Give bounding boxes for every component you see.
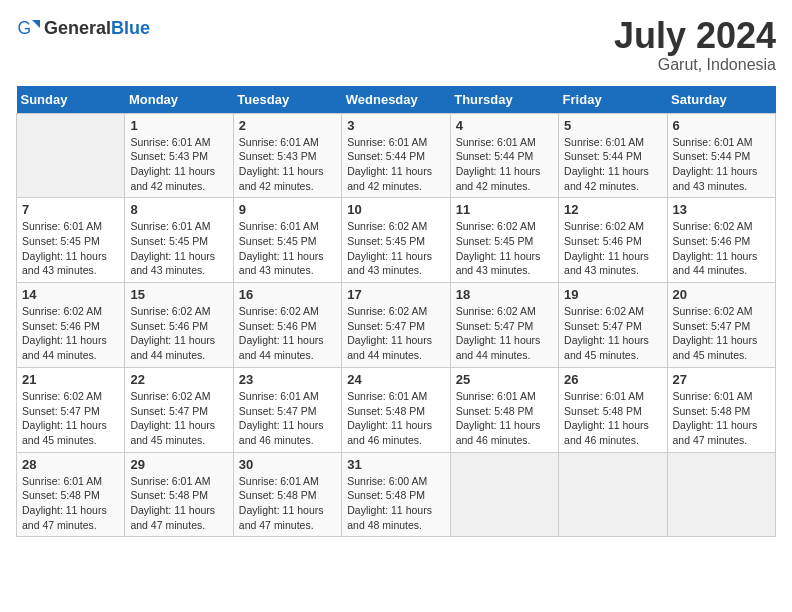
header-day-monday: Monday xyxy=(125,86,233,114)
header-day-wednesday: Wednesday xyxy=(342,86,450,114)
logo-text-general: General xyxy=(44,18,111,38)
day-number: 4 xyxy=(456,118,553,133)
calendar-cell: 24Sunrise: 6:01 AM Sunset: 5:48 PM Dayli… xyxy=(342,367,450,452)
main-title: July 2024 xyxy=(614,16,776,56)
logo-text-blue: Blue xyxy=(111,18,150,38)
day-number: 10 xyxy=(347,202,444,217)
calendar-cell xyxy=(17,113,125,198)
day-info: Sunrise: 6:01 AM Sunset: 5:48 PM Dayligh… xyxy=(239,474,336,533)
calendar-cell: 30Sunrise: 6:01 AM Sunset: 5:48 PM Dayli… xyxy=(233,452,341,537)
day-number: 20 xyxy=(673,287,770,302)
calendar-cell: 16Sunrise: 6:02 AM Sunset: 5:46 PM Dayli… xyxy=(233,283,341,368)
calendar-cell: 10Sunrise: 6:02 AM Sunset: 5:45 PM Dayli… xyxy=(342,198,450,283)
day-number: 7 xyxy=(22,202,119,217)
day-number: 30 xyxy=(239,457,336,472)
page-header: G GeneralBlue July 2024 Garut, Indonesia xyxy=(16,16,776,74)
calendar-cell: 19Sunrise: 6:02 AM Sunset: 5:47 PM Dayli… xyxy=(559,283,667,368)
day-info: Sunrise: 6:01 AM Sunset: 5:48 PM Dayligh… xyxy=(673,389,770,448)
day-number: 28 xyxy=(22,457,119,472)
day-info: Sunrise: 6:02 AM Sunset: 5:47 PM Dayligh… xyxy=(22,389,119,448)
day-number: 12 xyxy=(564,202,661,217)
calendar-cell xyxy=(667,452,775,537)
calendar-cell: 28Sunrise: 6:01 AM Sunset: 5:48 PM Dayli… xyxy=(17,452,125,537)
calendar-cell: 12Sunrise: 6:02 AM Sunset: 5:46 PM Dayli… xyxy=(559,198,667,283)
day-number: 18 xyxy=(456,287,553,302)
header-day-thursday: Thursday xyxy=(450,86,558,114)
day-number: 19 xyxy=(564,287,661,302)
day-number: 9 xyxy=(239,202,336,217)
header-day-tuesday: Tuesday xyxy=(233,86,341,114)
calendar-cell: 7Sunrise: 6:01 AM Sunset: 5:45 PM Daylig… xyxy=(17,198,125,283)
day-number: 29 xyxy=(130,457,227,472)
day-number: 26 xyxy=(564,372,661,387)
title-area: July 2024 Garut, Indonesia xyxy=(614,16,776,74)
day-info: Sunrise: 6:01 AM Sunset: 5:48 PM Dayligh… xyxy=(130,474,227,533)
day-info: Sunrise: 6:01 AM Sunset: 5:45 PM Dayligh… xyxy=(239,219,336,278)
calendar-cell: 20Sunrise: 6:02 AM Sunset: 5:47 PM Dayli… xyxy=(667,283,775,368)
day-info: Sunrise: 6:01 AM Sunset: 5:44 PM Dayligh… xyxy=(347,135,444,194)
day-info: Sunrise: 6:02 AM Sunset: 5:46 PM Dayligh… xyxy=(564,219,661,278)
day-info: Sunrise: 6:02 AM Sunset: 5:47 PM Dayligh… xyxy=(130,389,227,448)
calendar-cell: 4Sunrise: 6:01 AM Sunset: 5:44 PM Daylig… xyxy=(450,113,558,198)
day-number: 17 xyxy=(347,287,444,302)
calendar-cell: 23Sunrise: 6:01 AM Sunset: 5:47 PM Dayli… xyxy=(233,367,341,452)
header-day-friday: Friday xyxy=(559,86,667,114)
day-info: Sunrise: 6:01 AM Sunset: 5:44 PM Dayligh… xyxy=(456,135,553,194)
calendar-cell: 3Sunrise: 6:01 AM Sunset: 5:44 PM Daylig… xyxy=(342,113,450,198)
day-number: 13 xyxy=(673,202,770,217)
day-info: Sunrise: 6:02 AM Sunset: 5:46 PM Dayligh… xyxy=(673,219,770,278)
header-day-sunday: Sunday xyxy=(17,86,125,114)
calendar-cell: 22Sunrise: 6:02 AM Sunset: 5:47 PM Dayli… xyxy=(125,367,233,452)
day-info: Sunrise: 6:01 AM Sunset: 5:44 PM Dayligh… xyxy=(673,135,770,194)
day-number: 15 xyxy=(130,287,227,302)
day-info: Sunrise: 6:01 AM Sunset: 5:43 PM Dayligh… xyxy=(130,135,227,194)
calendar-cell: 2Sunrise: 6:01 AM Sunset: 5:43 PM Daylig… xyxy=(233,113,341,198)
day-number: 21 xyxy=(22,372,119,387)
day-number: 31 xyxy=(347,457,444,472)
day-number: 2 xyxy=(239,118,336,133)
calendar-cell: 9Sunrise: 6:01 AM Sunset: 5:45 PM Daylig… xyxy=(233,198,341,283)
week-row-2: 7Sunrise: 6:01 AM Sunset: 5:45 PM Daylig… xyxy=(17,198,776,283)
calendar-cell: 13Sunrise: 6:02 AM Sunset: 5:46 PM Dayli… xyxy=(667,198,775,283)
calendar-cell: 29Sunrise: 6:01 AM Sunset: 5:48 PM Dayli… xyxy=(125,452,233,537)
day-number: 25 xyxy=(456,372,553,387)
day-number: 6 xyxy=(673,118,770,133)
calendar-cell: 17Sunrise: 6:02 AM Sunset: 5:47 PM Dayli… xyxy=(342,283,450,368)
day-number: 27 xyxy=(673,372,770,387)
calendar-cell: 1Sunrise: 6:01 AM Sunset: 5:43 PM Daylig… xyxy=(125,113,233,198)
calendar-cell: 18Sunrise: 6:02 AM Sunset: 5:47 PM Dayli… xyxy=(450,283,558,368)
day-info: Sunrise: 6:01 AM Sunset: 5:48 PM Dayligh… xyxy=(564,389,661,448)
calendar-cell xyxy=(450,452,558,537)
calendar-body: 1Sunrise: 6:01 AM Sunset: 5:43 PM Daylig… xyxy=(17,113,776,537)
day-number: 8 xyxy=(130,202,227,217)
day-number: 11 xyxy=(456,202,553,217)
week-row-3: 14Sunrise: 6:02 AM Sunset: 5:46 PM Dayli… xyxy=(17,283,776,368)
week-row-5: 28Sunrise: 6:01 AM Sunset: 5:48 PM Dayli… xyxy=(17,452,776,537)
week-row-4: 21Sunrise: 6:02 AM Sunset: 5:47 PM Dayli… xyxy=(17,367,776,452)
day-info: Sunrise: 6:01 AM Sunset: 5:48 PM Dayligh… xyxy=(347,389,444,448)
day-info: Sunrise: 6:02 AM Sunset: 5:47 PM Dayligh… xyxy=(564,304,661,363)
calendar-cell: 8Sunrise: 6:01 AM Sunset: 5:45 PM Daylig… xyxy=(125,198,233,283)
svg-text:G: G xyxy=(18,18,32,38)
day-info: Sunrise: 6:01 AM Sunset: 5:45 PM Dayligh… xyxy=(130,219,227,278)
calendar-cell: 27Sunrise: 6:01 AM Sunset: 5:48 PM Dayli… xyxy=(667,367,775,452)
calendar-cell: 21Sunrise: 6:02 AM Sunset: 5:47 PM Dayli… xyxy=(17,367,125,452)
day-number: 22 xyxy=(130,372,227,387)
day-info: Sunrise: 6:01 AM Sunset: 5:44 PM Dayligh… xyxy=(564,135,661,194)
calendar-cell: 15Sunrise: 6:02 AM Sunset: 5:46 PM Dayli… xyxy=(125,283,233,368)
calendar-table: SundayMondayTuesdayWednesdayThursdayFrid… xyxy=(16,86,776,538)
day-info: Sunrise: 6:02 AM Sunset: 5:46 PM Dayligh… xyxy=(130,304,227,363)
week-row-1: 1Sunrise: 6:01 AM Sunset: 5:43 PM Daylig… xyxy=(17,113,776,198)
calendar-cell: 5Sunrise: 6:01 AM Sunset: 5:44 PM Daylig… xyxy=(559,113,667,198)
logo-icon: G xyxy=(16,16,40,40)
day-info: Sunrise: 6:01 AM Sunset: 5:45 PM Dayligh… xyxy=(22,219,119,278)
day-info: Sunrise: 6:01 AM Sunset: 5:47 PM Dayligh… xyxy=(239,389,336,448)
day-info: Sunrise: 6:02 AM Sunset: 5:47 PM Dayligh… xyxy=(673,304,770,363)
day-info: Sunrise: 6:00 AM Sunset: 5:48 PM Dayligh… xyxy=(347,474,444,533)
logo: G GeneralBlue xyxy=(16,16,150,40)
svg-marker-1 xyxy=(32,20,40,28)
day-info: Sunrise: 6:02 AM Sunset: 5:47 PM Dayligh… xyxy=(347,304,444,363)
day-info: Sunrise: 6:01 AM Sunset: 5:48 PM Dayligh… xyxy=(22,474,119,533)
calendar-header-row: SundayMondayTuesdayWednesdayThursdayFrid… xyxy=(17,86,776,114)
calendar-cell: 31Sunrise: 6:00 AM Sunset: 5:48 PM Dayli… xyxy=(342,452,450,537)
